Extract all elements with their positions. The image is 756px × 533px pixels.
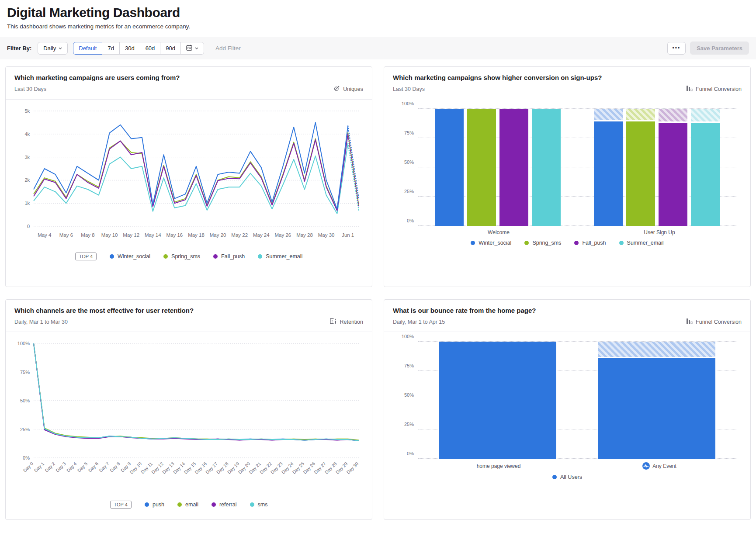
funnel-bar-fill: [626, 121, 655, 226]
legend-dot: [177, 502, 182, 507]
svg-text:May 16: May 16: [166, 232, 183, 238]
funnel-bar-fill: [435, 109, 464, 226]
retention-line-chart[interactable]: 0%25%50%75%100%Day 0Day 1Day 2Day 3Day 4…: [13, 339, 365, 496]
svg-text:May 18: May 18: [188, 232, 205, 238]
funnel-bar-all-users[interactable]: [439, 342, 556, 459]
svg-text:100%: 100%: [17, 341, 30, 346]
chevron-down-icon: [195, 47, 198, 49]
funnel-bar-winter_social[interactable]: [435, 109, 464, 226]
funnel-bar-fall_push[interactable]: [499, 109, 528, 226]
page-subtitle: This dashboard shows marketing metrics f…: [7, 23, 748, 30]
chart-mode-label: Funnel Conversion: [696, 86, 742, 92]
funnel-x-labels: WelcomeUser Sign Up: [418, 229, 740, 235]
top4-chip: TOP 4: [75, 253, 97, 260]
panel-signup-header: Which marketing campaigns show higher co…: [384, 67, 750, 99]
svg-text:Day 6: Day 6: [87, 461, 99, 473]
range-button-60d[interactable]: 60d: [140, 42, 161, 55]
funnel-bar-spring_sms[interactable]: [467, 109, 496, 226]
panel-date-range: Last 30 Days: [14, 86, 46, 92]
dropoff-hatch: [626, 109, 655, 120]
legend-item-push[interactable]: push: [145, 502, 164, 508]
dropoff-hatch: [691, 109, 720, 121]
dropoff-hatch: [598, 342, 715, 357]
range-button-default[interactable]: Default: [73, 42, 102, 55]
chart-mode-label: Funnel Conversion: [696, 319, 742, 325]
svg-text:Day 30: Day 30: [345, 461, 359, 475]
legend-item-fall_push[interactable]: Fall_push: [574, 240, 606, 246]
funnel-bar-fill: [594, 121, 623, 226]
svg-text:2k: 2k: [24, 177, 30, 183]
funnel-bar-spring_sms[interactable]: [626, 109, 655, 226]
svg-text:May 26: May 26: [275, 232, 291, 238]
legend-dot: [258, 254, 262, 259]
chart-mode-label: Uniques: [343, 86, 363, 92]
legend-item-summer_email[interactable]: Summer_email: [258, 253, 302, 260]
more-options-button[interactable]: •••: [667, 42, 686, 55]
panel-title: Which channels are the most effective fo…: [14, 307, 363, 314]
panel-title: Which marketing campaigns show higher co…: [393, 74, 742, 81]
filter-bar-right: ••• Save Parameters: [667, 42, 749, 55]
legend-item-winter_social[interactable]: Winter_social: [110, 253, 150, 260]
legend-dot: [163, 254, 168, 259]
funnel-plot: 0%25%50%75%100%: [418, 109, 736, 226]
legend-item-spring_sms[interactable]: Spring_sms: [524, 240, 561, 246]
legend-item-referral[interactable]: referral: [212, 502, 237, 508]
filter-by-label: Filter By:: [7, 45, 31, 52]
uniques-icon: [333, 85, 340, 93]
bounce-funnel-chart[interactable]: 0%25%50%75%100%home page viewedAny Event: [391, 339, 743, 470]
funnel-bar-winter_social[interactable]: [594, 109, 623, 226]
svg-text:May 10: May 10: [101, 232, 118, 238]
legend-item-spring_sms[interactable]: Spring_sms: [163, 253, 200, 260]
svg-text:50%: 50%: [20, 398, 30, 403]
svg-text:May 8: May 8: [81, 232, 94, 238]
chevron-down-icon: [59, 47, 62, 49]
legend-item-summer_email[interactable]: Summer_email: [619, 240, 664, 246]
legend-item-all-users[interactable]: All Users: [552, 474, 582, 480]
retention-legend: TOP 4pushemailreferralsms: [13, 501, 365, 509]
signup-funnel-chart[interactable]: 0%25%50%75%100%WelcomeUser Sign Up: [391, 106, 743, 235]
funnel-bar-fall_push[interactable]: [659, 109, 687, 226]
funnel-step-label: home page viewed: [418, 462, 579, 470]
svg-text:Day 0: Day 0: [22, 461, 35, 473]
legend-item-sms[interactable]: sms: [250, 502, 268, 508]
panel-bounce-rate: What is our bounce rate from the home pa…: [384, 299, 751, 520]
campaigns-line-chart[interactable]: 01k2k3k4k5kMay 4May 6May 8May 10May 12Ma…: [13, 107, 365, 248]
chart-mode: Funnel Conversion: [686, 318, 742, 325]
funnel-x-labels: home page viewedAny Event: [418, 462, 740, 470]
legend-item-email[interactable]: email: [177, 502, 198, 508]
range-button-90d[interactable]: 90d: [160, 42, 181, 55]
svg-text:0: 0: [27, 224, 30, 229]
range-button-30d[interactable]: 30d: [119, 42, 140, 55]
funnel-bar-all-users[interactable]: [598, 342, 715, 459]
interval-dropdown[interactable]: Daily: [38, 42, 68, 55]
funnel-conversion-icon: [686, 85, 693, 93]
panel-bounce-header: What is our bounce rate from the home pa…: [384, 300, 750, 332]
y-axis-label: 75%: [404, 363, 414, 368]
legend-item-fall_push[interactable]: Fall_push: [213, 253, 245, 260]
legend-dot: [471, 241, 475, 245]
calendar-range-button[interactable]: [180, 42, 204, 55]
funnel-step-label: User Sign Up: [579, 229, 740, 235]
any-event-icon: [642, 462, 650, 470]
svg-text:3k: 3k: [24, 155, 30, 160]
panel-signup-conversion: Which marketing campaigns show higher co…: [384, 66, 751, 287]
svg-text:Day 8: Day 8: [109, 461, 121, 473]
funnel-bar-summer_email[interactable]: [691, 109, 720, 226]
range-button-7d[interactable]: 7d: [102, 42, 119, 55]
panel-date-range: Last 30 Days: [393, 86, 425, 92]
funnel-bar-fill: [659, 123, 687, 226]
legend-item-winter_social[interactable]: Winter_social: [471, 240, 511, 246]
y-axis-label: 25%: [404, 189, 414, 194]
svg-text:Day 5: Day 5: [76, 461, 89, 473]
legend-dot: [574, 241, 579, 245]
dropoff-hatch: [659, 109, 687, 121]
add-filter-button[interactable]: Add Filter: [215, 45, 241, 52]
page-title: Digital Marketing Dashboard: [7, 5, 748, 20]
funnel-bar-summer_email[interactable]: [532, 109, 561, 226]
y-axis-label: 50%: [404, 392, 414, 398]
svg-text:Day 2: Day 2: [44, 461, 56, 473]
save-parameters-button[interactable]: Save Parameters: [690, 42, 749, 55]
panel-date-range: Daily, Mar 1 to Apr 15: [393, 319, 445, 325]
funnel-bar-fill: [467, 109, 496, 226]
svg-text:4k: 4k: [24, 132, 30, 137]
